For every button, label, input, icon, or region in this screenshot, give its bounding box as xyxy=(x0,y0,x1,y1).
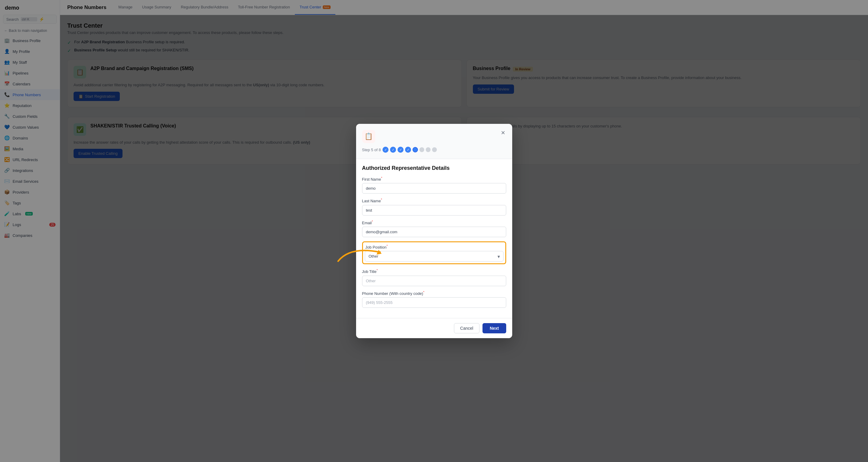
modal-logo-icon: 📋 xyxy=(362,130,375,143)
step-3: ✓ xyxy=(398,147,404,153)
last-name-label: Last Name* xyxy=(362,198,506,203)
step-7 xyxy=(426,147,431,152)
modal-body: Authorized Representative Details First … xyxy=(356,159,512,318)
modal-dialog: ✕ 📋 Step 5 of 8 ✓ ✓ ✓ ✓ xyxy=(356,124,512,338)
step-5 xyxy=(412,147,418,152)
modal-footer: Cancel Next xyxy=(356,318,512,338)
modal-title: Authorized Representative Details xyxy=(362,165,506,171)
job-position-select[interactable]: Director GM VP CEO CFO General Counsel O… xyxy=(365,251,503,261)
step-6 xyxy=(420,147,424,152)
step-1: ✓ xyxy=(382,147,389,153)
email-label: Email* xyxy=(362,220,506,225)
email-group: Email* xyxy=(362,220,506,237)
job-position-label: Job Position* xyxy=(365,244,503,250)
phone-number-group: Phone Number (With country code)* xyxy=(362,290,506,308)
cancel-button[interactable]: Cancel xyxy=(454,323,480,334)
modal-close-button[interactable]: ✕ xyxy=(499,128,507,137)
job-position-select-wrapper: Director GM VP CEO CFO General Counsel O… xyxy=(365,251,503,261)
next-button[interactable]: Next xyxy=(483,323,506,334)
modal-step-info: Step 5 of 8 ✓ ✓ ✓ ✓ xyxy=(362,147,506,153)
phone-number-input[interactable] xyxy=(362,297,506,308)
job-title-input[interactable] xyxy=(362,276,506,286)
modal-header: ✕ 📋 Step 5 of 8 ✓ ✓ ✓ ✓ xyxy=(356,124,512,159)
step-dots: ✓ ✓ ✓ ✓ xyxy=(382,147,437,153)
last-name-group: Last Name* xyxy=(362,198,506,215)
first-name-label: First Name* xyxy=(362,176,506,181)
last-name-input[interactable] xyxy=(362,205,506,215)
step-8 xyxy=(432,147,437,152)
first-name-input[interactable] xyxy=(362,183,506,194)
job-position-group: Job Position* Director GM VP CEO CFO Gen… xyxy=(362,241,506,264)
first-name-group: First Name* xyxy=(362,176,506,194)
step-label: Step 5 of 8 xyxy=(362,148,381,152)
email-input[interactable] xyxy=(362,227,506,237)
modal-backdrop: ✕ 📋 Step 5 of 8 ✓ ✓ ✓ ✓ xyxy=(0,0,868,462)
job-title-group: Job Title* xyxy=(362,268,506,286)
phone-number-label: Phone Number (With country code)* xyxy=(362,290,506,296)
step-4: ✓ xyxy=(405,147,411,153)
step-2: ✓ xyxy=(390,147,396,153)
job-title-label: Job Title* xyxy=(362,268,506,274)
